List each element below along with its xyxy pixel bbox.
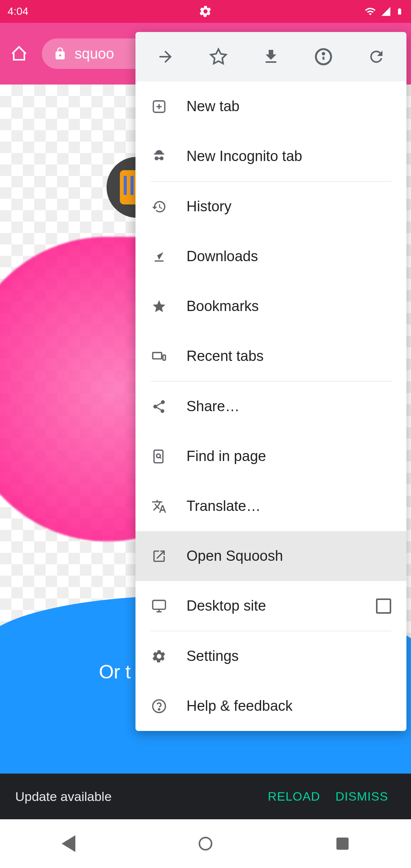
menu-items-list: New tab New Incognito tab History Downlo… (135, 81, 406, 731)
settings-icon (151, 648, 167, 665)
menu-item-new-tab[interactable]: New tab (135, 81, 406, 131)
browser-menu: New tab New Incognito tab History Downlo… (135, 32, 406, 731)
svg-line-10 (160, 457, 161, 458)
menu-label: Recent tabs (186, 348, 264, 364)
svg-point-2 (323, 53, 324, 54)
update-snackbar: Update available RELOAD DISMISS (0, 774, 411, 819)
url-text: squoo (75, 46, 114, 62)
menu-label: Find in page (186, 448, 266, 464)
recent-apps-button[interactable] (331, 832, 354, 855)
status-time: 4:04 (8, 5, 29, 18)
back-triangle-icon (62, 835, 75, 852)
new-tab-icon (151, 98, 167, 115)
menu-item-bookmarks[interactable]: Bookmarks (135, 281, 406, 331)
download-button[interactable] (260, 45, 282, 68)
signal-icon (381, 6, 391, 17)
menu-item-incognito[interactable]: New Incognito tab (135, 131, 406, 181)
desktop-site-checkbox[interactable] (376, 598, 391, 614)
wifi-icon (365, 6, 376, 17)
settings-gear-icon (199, 5, 212, 18)
menu-item-history[interactable]: History (135, 182, 406, 231)
or-text-partial: Or t (99, 661, 131, 683)
menu-label: New tab (186, 98, 239, 115)
open-app-icon (151, 548, 167, 565)
recent-square-icon (336, 838, 349, 850)
reload-button[interactable] (365, 45, 388, 68)
home-button[interactable] (8, 42, 30, 65)
svg-rect-8 (154, 450, 163, 463)
menu-top-actions (135, 32, 406, 81)
history-icon (151, 198, 167, 215)
status-bar: 4:04 (0, 0, 411, 23)
find-icon (151, 448, 167, 465)
svg-rect-7 (163, 355, 166, 360)
menu-label: New Incognito tab (186, 148, 302, 164)
menu-item-open-app[interactable]: Open Squoosh (135, 531, 406, 581)
share-icon (151, 398, 167, 415)
back-button[interactable] (57, 832, 80, 855)
battery-icon (396, 6, 403, 17)
reload-action[interactable]: RELOAD (260, 790, 328, 804)
bookmarks-icon (151, 298, 167, 315)
menu-label: Share… (186, 398, 239, 415)
menu-label: Help & feedback (186, 698, 293, 714)
menu-label: Bookmarks (186, 298, 259, 314)
menu-label: Downloads (186, 248, 258, 265)
svg-rect-6 (153, 353, 161, 359)
translate-icon (151, 498, 167, 515)
menu-label: History (186, 198, 231, 215)
dismiss-action[interactable]: DISMISS (328, 790, 396, 804)
recent-tabs-icon (151, 348, 167, 365)
menu-item-find[interactable]: Find in page (135, 431, 406, 481)
menu-item-translate[interactable]: Translate… (135, 481, 406, 531)
snackbar-message: Update available (15, 789, 260, 804)
system-nav-bar (0, 819, 411, 868)
svg-point-15 (158, 708, 159, 710)
home-nav-button[interactable] (194, 832, 217, 855)
info-button[interactable] (312, 45, 335, 68)
svg-rect-11 (153, 600, 165, 609)
menu-item-help[interactable]: Help & feedback (135, 681, 406, 731)
menu-label: Settings (186, 648, 239, 664)
help-icon (151, 698, 167, 715)
menu-item-settings[interactable]: Settings (135, 631, 406, 681)
menu-item-share[interactable]: Share… (135, 381, 406, 431)
status-indicators (365, 6, 403, 17)
bookmark-star-button[interactable] (207, 45, 230, 68)
menu-item-downloads[interactable]: Downloads (135, 231, 406, 281)
lock-icon (53, 47, 67, 61)
menu-label: Open Squoosh (186, 548, 283, 564)
menu-item-recent-tabs[interactable]: Recent tabs (135, 331, 406, 381)
home-circle-icon (199, 837, 212, 850)
menu-label: Desktop site (186, 598, 266, 614)
desktop-icon (151, 598, 167, 614)
incognito-icon (151, 148, 167, 165)
menu-label: Translate… (186, 498, 261, 514)
forward-button[interactable] (154, 45, 177, 68)
menu-item-desktop-site[interactable]: Desktop site (135, 581, 406, 631)
downloads-icon (151, 248, 167, 265)
